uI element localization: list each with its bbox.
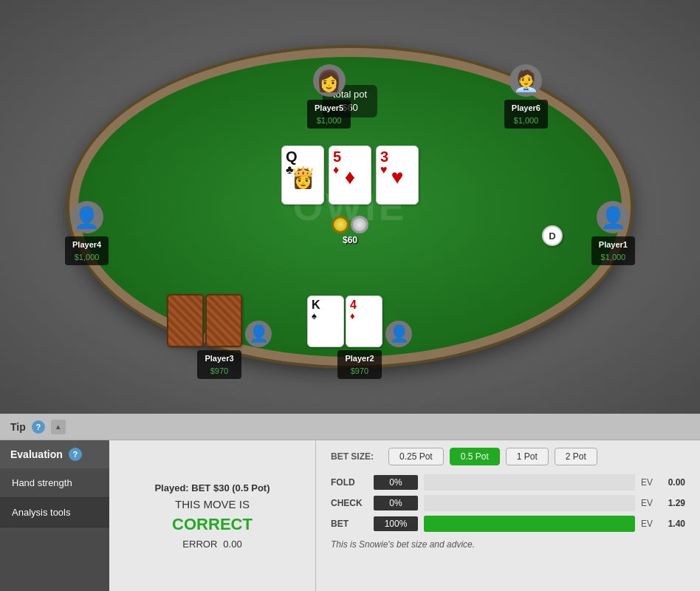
avatar-player6: 🧑‍💼 bbox=[509, 64, 542, 97]
sidebar-header-label: Evaluation bbox=[10, 448, 63, 460]
community-card-3: 3 ♥ ♥ bbox=[376, 146, 419, 205]
player-info-player5: Player5 $1,000 bbox=[307, 100, 351, 129]
poker-table: OWIE total pot $60 Q ♣ 👸 5 ♦ ♦ 3 ♥ ♥ bbox=[69, 48, 631, 366]
dealer-button: D bbox=[542, 225, 563, 246]
action-name-bet: BET bbox=[331, 519, 368, 529]
bar-bet bbox=[424, 516, 635, 532]
player-slot-player6: 🧑‍💼 Player6 $1,000 bbox=[504, 64, 548, 129]
player2-card-k: K ♠ bbox=[307, 296, 344, 347]
player-info-player1: Player1 $1,000 bbox=[591, 236, 635, 265]
card-back-1 bbox=[167, 294, 204, 347]
table-area: OWIE total pot $60 Q ♣ 👸 5 ♦ ♦ 3 ♥ ♥ bbox=[0, 0, 700, 414]
collapse-button[interactable]: ▲ bbox=[51, 420, 66, 434]
pct-bet: 100% bbox=[374, 516, 418, 531]
avatar-player4: 👤 bbox=[71, 201, 103, 233]
bet-size-row: BET SIZE: 0.25 Pot 0.5 Pot 1 Pot 2 Pot bbox=[331, 448, 685, 465]
card-back-2 bbox=[205, 294, 242, 347]
ev-label-check: EV bbox=[641, 498, 656, 508]
help-badge[interactable]: ? bbox=[32, 420, 45, 434]
player-slot-player3: 👤 Player3 $970 bbox=[167, 294, 272, 379]
bottom-content: Evaluation ? Hand strength Analysis tool… bbox=[0, 440, 700, 591]
correct-label: THIS MOVE IS bbox=[175, 498, 250, 510]
player2-cards: K ♠ 4 ♦ 👤 bbox=[307, 296, 412, 347]
sidebar: Evaluation ? Hand strength Analysis tool… bbox=[0, 440, 109, 591]
bar-check bbox=[424, 495, 635, 511]
chip bbox=[332, 216, 349, 233]
correct-value: CORRECT bbox=[172, 515, 253, 534]
bar-fold bbox=[424, 474, 635, 491]
ev-label-fold: EV bbox=[641, 477, 656, 488]
error-value: 0.00 bbox=[223, 539, 241, 550]
player-slot-player1: 👤 Player1 $1,000 bbox=[591, 201, 635, 265]
chip-stack bbox=[332, 216, 368, 233]
stats-panel: BET SIZE: 0.25 Pot 0.5 Pot 1 Pot 2 Pot F… bbox=[316, 440, 700, 591]
bottom-panel: Tip ? ▲ Evaluation ? Hand strength Analy… bbox=[0, 414, 700, 591]
sidebar-item-analysis-tools[interactable]: Analysis tools bbox=[0, 498, 109, 527]
error-label: ERROR bbox=[182, 539, 217, 550]
bar-fill-bet bbox=[424, 516, 635, 532]
action-row-bet: BET 100% EV 1.40 bbox=[331, 516, 685, 532]
chips-area: $60 bbox=[332, 216, 368, 245]
player2-hand: K ♠ 4 ♦ bbox=[307, 296, 382, 347]
community-cards: Q ♣ 👸 5 ♦ ♦ 3 ♥ ♥ bbox=[281, 146, 419, 205]
avatar-player5: 👩 bbox=[313, 64, 346, 97]
community-card-2: 5 ♦ ♦ bbox=[329, 146, 371, 205]
action-row-fold: FOLD 0% EV 0.00 bbox=[331, 474, 685, 491]
community-card-1: Q ♣ 👸 bbox=[281, 146, 324, 205]
player2-card-4: 4 ♦ bbox=[346, 296, 382, 347]
pct-fold: 0% bbox=[374, 475, 418, 490]
action-name-check: CHECK bbox=[331, 498, 368, 508]
avatar-player3: 👤 bbox=[245, 321, 272, 347]
evaluation-help-badge[interactable]: ? bbox=[69, 448, 82, 461]
pot-btn-2[interactable]: 2 Pot bbox=[555, 448, 597, 465]
ev-value-bet: 1.40 bbox=[662, 519, 685, 529]
error-row: ERROR 0.00 bbox=[182, 539, 241, 550]
player-info-player4: Player4 $1,000 bbox=[65, 236, 109, 265]
ev-value-check: 1.29 bbox=[662, 498, 685, 508]
snowie-advice: This is Snowie's bet size and advice. bbox=[331, 539, 685, 550]
action-name-fold: FOLD bbox=[331, 477, 368, 488]
played-label: Played: BET $30 (0.5 Pot) bbox=[154, 482, 270, 493]
ev-label-bet: EV bbox=[641, 519, 656, 529]
player-slot-player5: 👩 Player5 $1,000 bbox=[307, 64, 351, 129]
tip-bar: Tip ? ▲ bbox=[0, 414, 700, 440]
pct-check: 0% bbox=[374, 496, 418, 510]
sidebar-item-hand-strength[interactable]: Hand strength bbox=[0, 468, 109, 498]
avatar-player1: 👤 bbox=[597, 201, 629, 233]
chips-label: $60 bbox=[343, 235, 357, 245]
ev-value-fold: 0.00 bbox=[662, 477, 685, 488]
bet-size-label: BET SIZE: bbox=[331, 451, 382, 462]
action-row-check: CHECK 0% EV 1.29 bbox=[331, 495, 685, 511]
player-slot-player2: K ♠ 4 ♦ 👤 Player2 $970 bbox=[307, 296, 412, 379]
tip-label: Tip bbox=[10, 421, 26, 433]
player-info-player3: Player3 $970 bbox=[197, 350, 241, 379]
player-info-player2: Player2 $970 bbox=[337, 350, 381, 379]
player3-hand bbox=[167, 294, 242, 347]
pot-btn-025[interactable]: 0.25 Pot bbox=[388, 448, 444, 465]
pot-btn-1[interactable]: 1 Pot bbox=[506, 448, 549, 465]
player-info-player6: Player6 $1,000 bbox=[504, 100, 548, 129]
pot-btn-05[interactable]: 0.5 Pot bbox=[450, 448, 500, 465]
avatar-player2: 👤 bbox=[385, 321, 412, 347]
player3-cards: 👤 bbox=[167, 294, 272, 347]
sidebar-header: Evaluation ? bbox=[0, 440, 109, 468]
evaluation-panel: Played: BET $30 (0.5 Pot) THIS MOVE IS C… bbox=[109, 440, 316, 591]
chip bbox=[351, 216, 368, 233]
player-slot-player4: 👤 Player4 $1,000 bbox=[65, 201, 109, 265]
